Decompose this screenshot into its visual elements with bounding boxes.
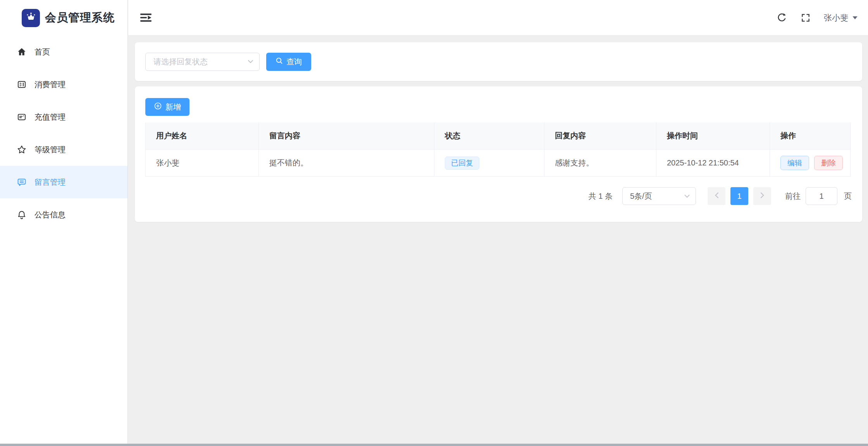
- chevron-right-icon: [760, 192, 765, 200]
- column-header-content: 留言内容: [259, 122, 434, 150]
- bell-icon: [16, 210, 27, 220]
- next-page-button[interactable]: [753, 187, 771, 205]
- pagination: 共 1 条 5条/页 1 前往: [145, 187, 852, 205]
- app-logo: 会员管理系统: [0, 0, 127, 36]
- crown-logo-badge: [22, 9, 40, 27]
- reply-status-select-input[interactable]: [145, 53, 260, 71]
- sidebar-item-home[interactable]: 首页: [0, 36, 127, 68]
- sidebar-item-announcements[interactable]: 公告信息: [0, 198, 127, 231]
- column-header-actions: 操作: [770, 122, 851, 150]
- sidebar-menu: 首页 消费管理 充值管理: [0, 36, 127, 231]
- chevron-down-icon: [684, 195, 690, 198]
- page-unit-label: 页: [844, 191, 852, 201]
- table-header-row: 用户姓名 留言内容 状态 回复内容 操作时间 操作: [146, 122, 851, 150]
- sidebar-item-recharge[interactable]: 充值管理: [0, 101, 127, 133]
- column-header-status: 状态: [434, 122, 544, 150]
- caret-down-icon: [852, 14, 858, 21]
- add-button[interactable]: 新增: [145, 98, 189, 116]
- chevron-left-icon: [715, 192, 719, 200]
- plus-circle-icon: [154, 102, 162, 112]
- search-icon: [276, 57, 283, 66]
- window-bottom-edge: [0, 444, 868, 446]
- fullscreen-icon[interactable]: [800, 12, 811, 24]
- home-icon: [16, 47, 27, 57]
- topbar-right: 张小斐: [776, 12, 868, 24]
- cell-reply-content: 感谢支持。: [544, 150, 656, 177]
- user-dropdown[interactable]: 张小斐: [824, 12, 858, 23]
- messages-table: 用户姓名 留言内容 状态 回复内容 操作时间 操作 张小斐 挺不错的。 已回复 …: [145, 122, 851, 177]
- sidebar-item-label: 等级管理: [34, 145, 65, 155]
- row-actions: 编辑 删除: [780, 156, 843, 170]
- star-icon: [16, 145, 27, 155]
- column-header-time: 操作时间: [656, 122, 770, 150]
- edit-button[interactable]: 编辑: [780, 156, 809, 170]
- topbar: 张小斐: [128, 0, 868, 36]
- recharge-icon: [16, 112, 27, 122]
- app-title: 会员管理系统: [45, 10, 115, 26]
- cell-user-name: 张小斐: [146, 150, 259, 177]
- crown-icon: [25, 11, 37, 24]
- table-card: 新增 用户姓名 留言内容 状态 回复内容 操作时间 操作 张小斐 挺不错的。 已…: [135, 86, 862, 222]
- filter-card: 查询: [135, 42, 862, 81]
- reply-status-select[interactable]: [145, 53, 260, 71]
- sidebar-fold-icon[interactable]: [139, 12, 152, 24]
- sidebar-item-level[interactable]: 等级管理: [0, 133, 127, 166]
- cell-time: 2025-10-12 21:50:54: [656, 150, 770, 177]
- refresh-icon[interactable]: [776, 12, 787, 24]
- add-button-label: 新增: [165, 102, 181, 112]
- sidebar-item-messages[interactable]: 留言管理: [0, 166, 127, 198]
- sidebar: 会员管理系统 首页 消费管理: [0, 0, 128, 444]
- sidebar-item-label: 首页: [34, 47, 50, 57]
- user-name: 张小斐: [824, 12, 848, 23]
- column-header-reply: 回复内容: [544, 122, 656, 150]
- search-button-label: 查询: [286, 57, 302, 67]
- pagination-total: 共 1 条: [589, 191, 613, 201]
- message-bubble-icon: [16, 177, 27, 188]
- prev-page-button[interactable]: [708, 187, 725, 205]
- cell-status: 已回复: [434, 150, 544, 177]
- cell-message-content: 挺不错的。: [259, 150, 434, 177]
- goto-label: 前往: [785, 191, 801, 201]
- consumption-icon: [16, 79, 27, 90]
- sidebar-item-consumption[interactable]: 消费管理: [0, 68, 127, 101]
- delete-button[interactable]: 删除: [814, 156, 843, 170]
- page-size-value: 5条/页: [630, 191, 652, 201]
- goto-page-input[interactable]: [806, 187, 837, 205]
- page-size-select[interactable]: 5条/页: [622, 187, 696, 205]
- search-button[interactable]: 查询: [266, 53, 311, 71]
- cell-actions: 编辑 删除: [770, 150, 851, 177]
- page-number-button[interactable]: 1: [730, 187, 748, 205]
- sidebar-item-label: 公告信息: [34, 210, 65, 220]
- sidebar-item-label: 留言管理: [34, 177, 65, 188]
- column-header-user: 用户姓名: [146, 122, 259, 150]
- sidebar-item-label: 消费管理: [34, 79, 65, 90]
- sidebar-item-label: 充值管理: [34, 112, 65, 122]
- main-content: 查询 新增 用户姓名 留言内容 状态 回复内容 操作时间 操作 张小斐 挺不错的…: [128, 36, 868, 444]
- table-row: 张小斐 挺不错的。 已回复 感谢支持。 2025-10-12 21:50:54 …: [146, 150, 851, 177]
- status-badge: 已回复: [445, 157, 479, 170]
